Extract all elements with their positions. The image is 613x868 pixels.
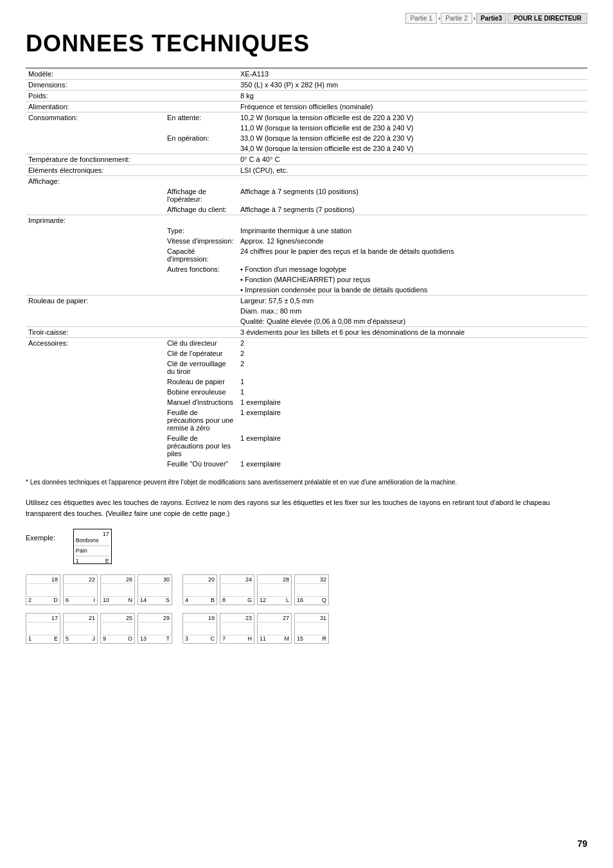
table-row: 11,0 W (lorsque la tension officielle es… xyxy=(26,123,587,133)
key-cell: 2610N xyxy=(100,574,135,605)
table-row: Clé de l'opérateur2 xyxy=(26,348,587,359)
table-row: Manuel d'instructions1 exemplaire xyxy=(26,397,587,407)
key-cell-bottom-left: 5 xyxy=(66,635,69,642)
key-cell: 3014S xyxy=(138,574,172,605)
key-cell-bottom-left: 15 xyxy=(297,635,303,642)
key-cell-label-area xyxy=(140,584,170,597)
spec-sublabel: Clé de verrouillage du tiroir xyxy=(154,359,238,376)
spec-label: Dimensions: xyxy=(26,80,154,91)
spec-value: 33,0 W (lorsque la tension officielle es… xyxy=(238,133,587,143)
key-cell-bottom-right: D xyxy=(54,597,58,603)
spec-value: 350 (L) x 430 (P) x 282 (H) mm xyxy=(238,80,587,91)
spec-sublabel xyxy=(154,154,238,165)
key-cell-bottom-right: B xyxy=(211,597,215,603)
breadcrumb-section-title: POUR LE DIRECTEUR xyxy=(508,13,587,24)
spec-label xyxy=(26,143,154,154)
key-cell-num: 18 xyxy=(28,576,58,584)
spec-sublabel xyxy=(154,176,238,187)
footnote: * Les données techniques et l'apparence … xyxy=(26,478,587,487)
spec-label xyxy=(26,306,154,316)
key-cell-label-area xyxy=(260,584,289,597)
key-cell-bottom: 16Q xyxy=(297,597,326,603)
table-row: Type:Imprimante thermique à une station xyxy=(26,226,587,236)
spec-label: Eléments électroniques: xyxy=(26,165,154,176)
spec-sublabel: Feuille de précautions pour les piles xyxy=(154,433,238,459)
spec-value: 2 xyxy=(238,348,587,359)
example-key: 17 Bonbons Pain 1 E xyxy=(73,529,112,564)
example-key-name2: Pain xyxy=(76,547,109,556)
key-cell-bottom-left: 8 xyxy=(222,597,226,603)
spec-value: 2 xyxy=(238,338,587,349)
table-row: Clé de verrouillage du tiroir2 xyxy=(26,359,587,376)
spec-value: 1 xyxy=(238,387,587,397)
key-cell-bottom: 13T xyxy=(140,635,170,642)
key-cell: 215J xyxy=(63,613,98,644)
key-cell-bottom-right: Q xyxy=(322,597,326,603)
key-cell-label-area xyxy=(28,584,58,597)
label-section-text: Utilisez ces étiquettes avec les touches… xyxy=(26,497,587,518)
key-cell-bottom: 3C xyxy=(185,635,215,642)
table-row: Accessoires:Clé du directeur2 xyxy=(26,338,587,349)
example-area: Exemple: 17 Bonbons Pain 1 E xyxy=(26,529,587,564)
key-cell-label-area xyxy=(185,584,215,597)
table-row: Rouleau de papier1 xyxy=(26,376,587,387)
key-cell-bottom-right: T xyxy=(166,635,170,642)
spec-sublabel xyxy=(154,285,238,296)
key-cell-bottom: 5J xyxy=(66,635,95,642)
key-cell: 193C xyxy=(182,613,217,644)
breadcrumb: Partie 1 › Partie 2 › Partie3 POUR LE DI… xyxy=(26,13,587,24)
table-row: Tiroir-caisse:3 évidements pour les bill… xyxy=(26,327,587,338)
example-key-bottom-right: E xyxy=(105,558,109,564)
table-row: Vitesse d'impression:Approx. 12 lignes/s… xyxy=(26,236,587,246)
table-row: • Impression condensée pour la bande de … xyxy=(26,285,587,296)
key-cell-bottom-left: 1 xyxy=(28,635,31,642)
spec-value: 34,0 W (lorsque la tension officielle es… xyxy=(238,143,587,154)
table-row: En opération:33,0 W (lorsque la tension … xyxy=(26,133,587,143)
key-cell-bottom-right: S xyxy=(166,597,170,603)
key-cell-bottom: 11M xyxy=(260,635,289,642)
key-cell-bottom: 6I xyxy=(66,597,95,603)
key-cell-num: 26 xyxy=(103,576,132,584)
spec-value: Diam. max.: 80 mm xyxy=(238,306,587,316)
key-cell-label-area xyxy=(222,584,252,597)
spec-label xyxy=(26,285,154,296)
key-cell: 259O xyxy=(100,613,135,644)
spec-sublabel xyxy=(154,274,238,285)
table-row: Eléments électroniques:LSI (CPU), etc. xyxy=(26,165,587,176)
table-row: Poids:8 kg xyxy=(26,91,587,102)
key-cell-num: 27 xyxy=(260,615,289,623)
spec-value: Affichage à 7 segments (10 positions) xyxy=(238,186,587,204)
key-row: 171E215J259O2913T193C237H2711M3115R xyxy=(26,613,587,644)
table-row: Consommation:En attente:10,2 W (lorsque … xyxy=(26,112,587,123)
spec-value: 1 exemplaire xyxy=(238,397,587,407)
spec-sublabel xyxy=(154,215,238,226)
key-cell-bottom-right: R xyxy=(323,635,327,642)
key-cell: 3115R xyxy=(294,613,329,644)
example-key-num: 17 xyxy=(76,531,109,537)
spec-sublabel: Feuille de précautions pour une remise à… xyxy=(154,407,238,433)
table-row: Feuille "Où trouver"1 exemplaire xyxy=(26,459,587,469)
spec-label xyxy=(26,397,154,407)
spec-label xyxy=(26,236,154,246)
specs-table: Modèle:XE-A113Dimensions:350 (L) x 430 (… xyxy=(26,67,587,469)
key-cell-bottom-right: C xyxy=(211,635,215,642)
spec-value: 1 exemplaire xyxy=(238,433,587,459)
table-row: Feuille de précautions pour les piles1 e… xyxy=(26,433,587,459)
table-row: Imprimante: xyxy=(26,215,587,226)
table-row: Capacité d'impression:24 chiffres pour l… xyxy=(26,246,587,264)
page-number: 79 xyxy=(577,838,587,849)
key-cell-bottom-right: E xyxy=(54,635,58,642)
spec-value: 0° C à 40° C xyxy=(238,154,587,165)
key-cell-label-area xyxy=(103,623,132,635)
key-cell-num: 19 xyxy=(185,615,215,623)
key-cell-bottom-left: 16 xyxy=(297,597,303,603)
spec-label xyxy=(26,433,154,459)
key-cell: 204B xyxy=(182,574,217,605)
key-cell-bottom: 7H xyxy=(222,635,252,642)
key-cell-label-area xyxy=(140,623,170,635)
key-cell-bottom-left: 12 xyxy=(260,597,266,603)
spec-label xyxy=(26,407,154,433)
key-cell-bottom: 12L xyxy=(260,597,289,603)
spec-value: 1 exemplaire xyxy=(238,459,587,469)
spec-value: Approx. 12 lignes/seconde xyxy=(238,236,587,246)
